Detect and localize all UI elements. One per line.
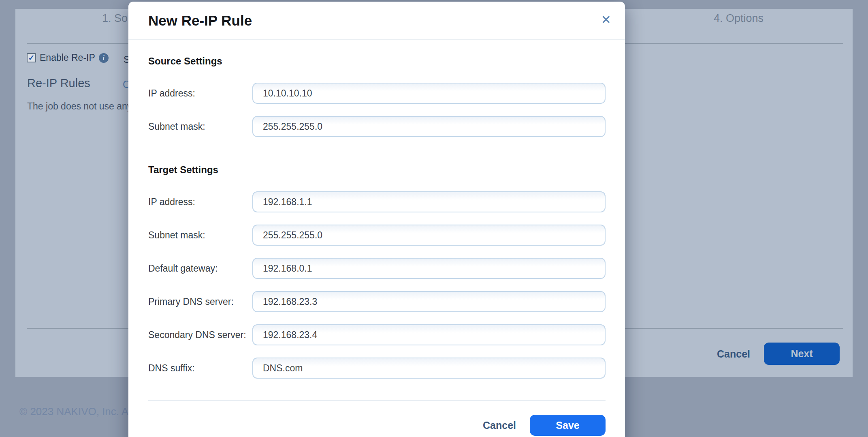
info-icon[interactable]: i [99, 53, 109, 63]
field-label: Subnet mask: [148, 121, 252, 132]
dialog-save-button[interactable]: Save [530, 415, 606, 436]
wizard-cancel-button[interactable]: Cancel [717, 348, 750, 360]
field-label: Default gateway: [148, 263, 252, 274]
wizard-step-4[interactable]: 4. Options [714, 12, 763, 25]
field-input[interactable] [252, 116, 606, 137]
dialog-cancel-button[interactable]: Cancel [479, 420, 520, 431]
enable-reip-row[interactable]: ✓ Enable Re-IP i [27, 52, 109, 63]
dialog-footer: Cancel Save [148, 400, 606, 436]
form-field-row: Secondary DNS server: [148, 324, 606, 345]
wizard-step-1[interactable]: 1. So [102, 12, 128, 25]
field-input[interactable] [252, 83, 606, 104]
section-title: Source Settings [148, 56, 606, 66]
dialog-body: Source Settings IP address: Subnet mask:… [128, 56, 625, 379]
reip-rules-heading: Re-IP Rules [27, 77, 90, 90]
form-field-row: IP address: [148, 191, 606, 212]
copyright-text: © 2023 NAKIVO, Inc. All Ri [19, 405, 129, 418]
form-field-row: IP address: [148, 83, 606, 104]
field-input[interactable] [252, 258, 606, 279]
field-label: DNS suffix: [148, 363, 252, 374]
field-input[interactable] [252, 225, 606, 246]
form-section: Target Settings IP address: Subnet mask:… [148, 165, 606, 379]
field-label: Subnet mask: [148, 230, 252, 241]
form-section: Source Settings IP address: Subnet mask: [148, 56, 606, 137]
field-label: Primary DNS server: [148, 296, 252, 307]
enable-reip-checkbox[interactable]: ✓ [27, 53, 36, 62]
field-label: IP address: [148, 197, 252, 208]
field-label: IP address: [148, 88, 252, 99]
form-field-row: DNS suffix: [148, 358, 606, 379]
section-rows: IP address: Subnet mask: Default gateway… [148, 191, 606, 379]
section-rows: IP address: Subnet mask: [148, 83, 606, 137]
enable-reip-label: Enable Re-IP [40, 52, 95, 63]
field-label: Secondary DNS server: [148, 330, 252, 341]
checkmark-icon: ✓ [28, 54, 35, 62]
no-rules-message: The job does not use any [27, 101, 128, 112]
dialog-title: New Re-IP Rule [148, 13, 252, 28]
section-title: Target Settings [148, 165, 606, 175]
close-icon[interactable]: ✕ [599, 13, 613, 27]
field-input[interactable] [252, 191, 606, 212]
new-reip-rule-dialog: New Re-IP Rule ✕ Source Settings IP addr… [128, 2, 625, 437]
form-field-row: Default gateway: [148, 258, 606, 279]
form-field-row: Primary DNS server: [148, 291, 606, 312]
field-input[interactable] [252, 324, 606, 345]
field-input[interactable] [252, 291, 606, 312]
form-field-row: Subnet mask: [148, 225, 606, 246]
dialog-header: New Re-IP Rule ✕ [128, 2, 625, 40]
form-field-row: Subnet mask: [148, 116, 606, 137]
wizard-next-button[interactable]: Next [764, 343, 840, 365]
field-input[interactable] [252, 358, 606, 379]
